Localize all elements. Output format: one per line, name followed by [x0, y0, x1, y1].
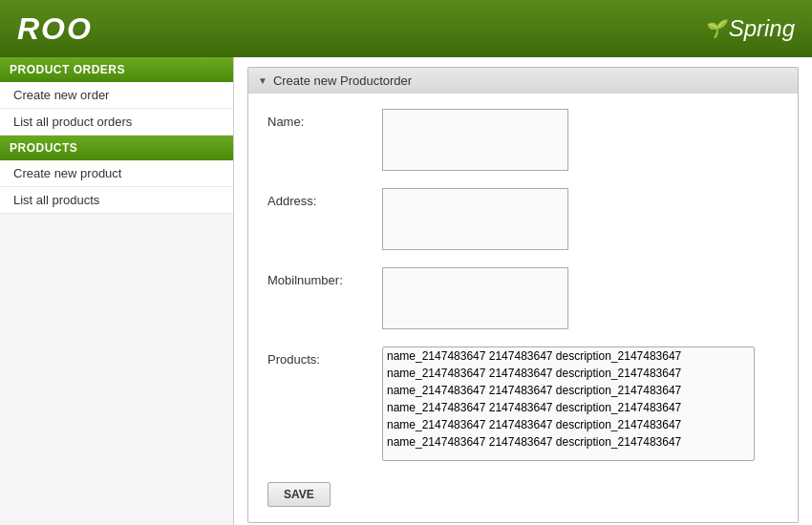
address-row: Address: — [267, 188, 779, 250]
sidebar-item-create-order[interactable]: Create new order — [0, 82, 233, 109]
main-layout: PRODUCT ORDERS Create new order List all… — [0, 57, 812, 525]
main-content: ▼ Create new Productorder Name: Address:… — [234, 57, 812, 525]
form-panel-title: Create new Productorder — [273, 74, 412, 88]
form-panel-body: Name: Address: Mobilnumber: Products: na… — [247, 94, 799, 523]
sidebar: PRODUCT ORDERS Create new order List all… — [0, 57, 234, 525]
address-label: Address: — [267, 188, 382, 208]
spring-leaf-icon: 🌱 — [704, 18, 725, 39]
sidebar-section-products: PRODUCTS — [0, 136, 233, 160]
header: ROO 🌱 Spring — [0, 0, 812, 57]
mobilnumber-label: Mobilnumber: — [267, 267, 382, 287]
app-logo: ROO — [17, 11, 93, 47]
products-label: Products: — [267, 346, 382, 367]
mobilnumber-input[interactable] — [382, 267, 568, 329]
mobilnumber-row: Mobilnumber: — [267, 267, 779, 329]
name-input[interactable] — [382, 109, 568, 171]
products-select[interactable]: name_2147483647 2147483647 description_2… — [382, 346, 755, 461]
collapse-arrow-icon[interactable]: ▼ — [258, 75, 267, 86]
name-row: Name: — [267, 109, 779, 171]
spring-label: Spring — [729, 15, 795, 42]
address-input[interactable] — [382, 188, 568, 250]
sidebar-section-product-orders: PRODUCT ORDERS — [0, 57, 233, 82]
form-panel-header: ▼ Create new Productorder — [247, 67, 799, 94]
sidebar-item-create-product[interactable]: Create new product — [0, 160, 233, 187]
sidebar-item-list-orders[interactable]: List all product orders — [0, 109, 233, 136]
sidebar-item-list-products[interactable]: List all products — [0, 187, 233, 214]
products-row: Products: name_2147483647 2147483647 des… — [267, 346, 779, 461]
spring-logo: 🌱 Spring — [704, 15, 795, 42]
name-label: Name: — [267, 109, 382, 129]
save-button[interactable]: SAVE — [267, 482, 331, 507]
